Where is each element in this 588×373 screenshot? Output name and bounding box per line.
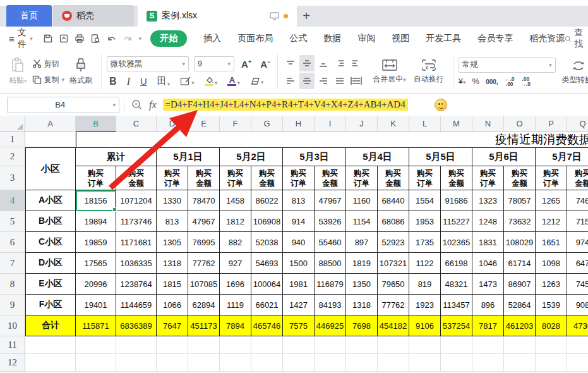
column-header-D[interactable]: D <box>157 116 188 132</box>
justify-button[interactable] <box>332 73 347 89</box>
grid-cell[interactable] <box>536 354 567 372</box>
ribbon-tab-8[interactable]: 会员专享 <box>477 33 513 44</box>
row-header-9[interactable]: 9 <box>0 295 25 315</box>
header-date-1[interactable]: 5月1日 <box>157 147 220 166</box>
data-cell[interactable]: 1812 <box>220 211 251 232</box>
merge-center-button[interactable]: 合并居中▾ <box>369 58 410 86</box>
data-cell[interactable]: 77762 <box>378 295 409 315</box>
tab-document[interactable]: S 案例.xlsx <box>138 5 297 27</box>
data-cell[interactable]: 1651 <box>536 232 567 253</box>
data-cell[interactable]: 882 <box>220 232 251 253</box>
data-cell[interactable]: 113457 <box>441 295 472 315</box>
header-sub-orders[interactable]: 购买订单 <box>472 166 504 190</box>
ribbon-tab-1[interactable]: 插入 <box>203 33 221 44</box>
data-cell[interactable]: 86907 <box>504 274 536 295</box>
data-cell[interactable]: 1036335 <box>116 253 157 274</box>
data-cell[interactable]: 1735 <box>409 232 441 253</box>
zoom-formula-icon[interactable] <box>131 99 143 111</box>
data-cell[interactable]: 813 <box>283 190 315 211</box>
data-cell[interactable]: 1046 <box>472 253 504 274</box>
grid-cell[interactable] <box>251 336 283 354</box>
italic-button[interactable]: I <box>124 76 133 87</box>
data-cell[interactable]: 1318 <box>157 253 188 274</box>
row-header-1[interactable]: 1 <box>0 132 25 147</box>
ribbon-tab-3[interactable]: 公式 <box>289 33 307 44</box>
data-cell[interactable]: 17565 <box>76 253 116 274</box>
data-cell[interactable]: 1154 <box>346 211 378 232</box>
data-cell[interactable]: 88500 <box>315 253 346 274</box>
grid-cell[interactable] <box>188 336 220 354</box>
data-cell[interactable]: 1263 <box>536 274 567 295</box>
data-cell[interactable]: 91686 <box>441 190 472 211</box>
header-sub-amount[interactable]: 购买金额 <box>251 166 283 190</box>
grid-cell[interactable] <box>441 336 472 354</box>
row-label-C小区[interactable]: C小区 <box>25 232 76 253</box>
column-header-N[interactable]: N <box>472 116 504 132</box>
data-cell[interactable]: 18156 <box>76 190 116 211</box>
total-cell[interactable]: 454182 <box>378 315 409 336</box>
data-cell[interactable]: 68086 <box>378 211 409 232</box>
ribbon-tab-0[interactable]: 开始 <box>150 30 187 47</box>
print-icon[interactable] <box>75 34 85 44</box>
column-header-G[interactable]: G <box>251 116 283 132</box>
total-cell[interactable]: 7575 <box>283 315 315 336</box>
ribbon-tab-6[interactable]: 视图 <box>392 33 409 44</box>
total-cell[interactable]: 7647 <box>157 315 188 336</box>
data-cell[interactable]: 19401 <box>76 295 116 315</box>
data-cell[interactable]: 1305 <box>157 232 188 253</box>
data-cell[interactable]: 1539 <box>536 295 567 315</box>
grid-cell[interactable] <box>25 336 76 354</box>
data-cell[interactable]: 1323 <box>472 190 504 211</box>
column-header-K[interactable]: K <box>378 116 409 132</box>
name-box[interactable]: B4 ▾ <box>7 97 119 113</box>
grid-cell[interactable] <box>25 354 76 372</box>
total-cell[interactable]: 8028 <box>536 315 567 336</box>
decrease-decimal-button[interactable]: .00→.0 <box>520 76 531 87</box>
data-cell[interactable]: 100064 <box>251 274 283 295</box>
total-cell[interactable]: 7817 <box>472 315 504 336</box>
header-sub-amount[interactable]: 购买金额 <box>188 166 220 190</box>
header-sub-orders[interactable]: 购买订单 <box>220 166 251 190</box>
data-cell[interactable]: 47967 <box>188 211 220 232</box>
row-header-11[interactable]: 11 <box>0 336 25 354</box>
column-header-I[interactable]: I <box>315 116 346 132</box>
data-cell[interactable]: 1473 <box>472 274 504 295</box>
row-label-A小区[interactable]: A小区 <box>25 190 76 211</box>
data-cell[interactable]: 48321 <box>441 274 472 295</box>
data-cell[interactable]: 108029 <box>504 232 536 253</box>
decrease-font-button[interactable]: A− <box>258 59 272 70</box>
header-sub-amount[interactable]: 购买金额 <box>441 166 472 190</box>
grid-cell[interactable] <box>76 354 116 372</box>
data-cell[interactable]: 1171681 <box>116 232 157 253</box>
column-header-H[interactable]: H <box>283 116 315 132</box>
grid-cell[interactable] <box>378 336 409 354</box>
data-cell[interactable]: 908 <box>567 295 588 315</box>
data-cell[interactable]: 19859 <box>76 232 116 253</box>
column-header-O[interactable]: O <box>504 116 536 132</box>
total-cell[interactable]: 9106 <box>409 315 441 336</box>
data-cell[interactable]: 1981 <box>283 274 315 295</box>
grid-cell[interactable] <box>283 336 315 354</box>
data-cell[interactable]: 1122 <box>409 253 441 274</box>
total-cell[interactable]: 446925 <box>315 315 346 336</box>
data-cell[interactable]: 1265 <box>536 190 567 211</box>
sheet-title-cell[interactable]: 疫情近期消费数据 <box>76 132 588 147</box>
data-cell[interactable]: 61714 <box>504 253 536 274</box>
column-header-E[interactable]: E <box>188 116 220 132</box>
data-cell[interactable]: 647 <box>567 253 588 274</box>
total-cell[interactable]: 7698 <box>346 315 378 336</box>
data-cell[interactable]: 1212 <box>536 211 567 232</box>
grid-cell[interactable] <box>441 354 472 372</box>
number-format-select[interactable]: 常规 ▾ <box>459 58 556 73</box>
increase-font-button[interactable]: A+ <box>239 59 253 70</box>
header-cumulative[interactable]: 累计 <box>76 147 157 166</box>
data-cell[interactable]: 1923 <box>409 295 441 315</box>
data-cell[interactable]: 1500 <box>283 253 315 274</box>
align-left-button[interactable] <box>283 73 298 89</box>
font-size-select[interactable]: 9 ▾ <box>194 56 234 71</box>
grid-cell[interactable] <box>378 354 409 372</box>
grid-cell[interactable] <box>567 336 588 354</box>
grid-cell[interactable] <box>504 354 536 372</box>
header-sub-amount[interactable]: 购买金额 <box>378 166 409 190</box>
data-cell[interactable]: 53926 <box>315 211 346 232</box>
